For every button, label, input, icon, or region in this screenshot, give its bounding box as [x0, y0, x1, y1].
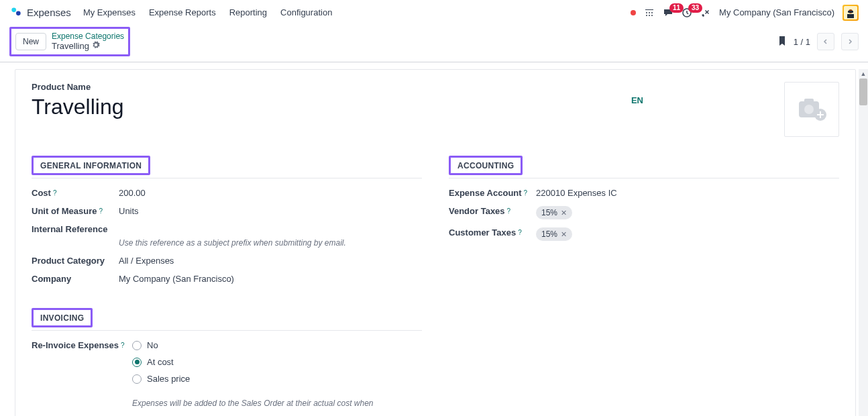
internal-ref-hint: Use this reference as a subject prefix w…	[119, 238, 422, 248]
svg-point-14	[804, 105, 814, 114]
svg-point-0	[11, 7, 16, 12]
highlight-general-info: GENERAL INFORMATION	[32, 156, 150, 175]
recording-indicator-icon[interactable]	[631, 10, 636, 15]
radio-sales-price[interactable]: Sales price	[132, 374, 374, 384]
debug-icon[interactable]	[700, 7, 711, 18]
radio-no[interactable]: No	[132, 340, 374, 350]
expenses-app-icon[interactable]	[9, 6, 23, 19]
remove-tag-icon[interactable]: ✕	[561, 230, 567, 239]
pager-text[interactable]: 1 / 1	[794, 37, 810, 47]
messages-icon[interactable]: 11	[663, 7, 673, 18]
nav-reporting[interactable]: Reporting	[229, 7, 267, 17]
svg-rect-11	[848, 11, 853, 13]
svg-rect-12	[847, 14, 854, 18]
nav-my-expenses[interactable]: My Expenses	[83, 7, 135, 17]
customer-tax-chip[interactable]: 15%✕	[536, 227, 572, 241]
uom-value[interactable]: Units	[119, 206, 139, 216]
nav-expense-reports[interactable]: Expense Reports	[149, 7, 216, 17]
accounting-section: ACCOUNTING Expense Account? 220010 Expen…	[449, 156, 839, 416]
reinvoice-label: Re-Invoice Expenses	[32, 340, 119, 350]
new-button[interactable]: New	[15, 33, 46, 50]
product-category-value[interactable]: All / Expenses	[119, 256, 174, 266]
highlight-invoicing: INVOICING	[32, 308, 93, 327]
expense-account-label: Expense Account	[449, 188, 522, 198]
cost-label: Cost	[32, 188, 51, 198]
reinvoice-hint: Expenses will be added to the Sales Orde…	[132, 399, 374, 408]
help-icon[interactable]: ?	[53, 189, 57, 197]
help-icon[interactable]: ?	[518, 229, 522, 236]
help-icon[interactable]: ?	[99, 207, 103, 215]
gear-icon[interactable]	[92, 41, 100, 52]
control-bar: New Expense Categories Travelling 1 / 1	[0, 25, 868, 62]
dialpad-icon[interactable]	[644, 7, 655, 18]
uom-label: Unit of Measure	[32, 206, 97, 216]
product-image-placeholder[interactable]	[784, 82, 839, 137]
highlight-accounting: ACCOUNTING	[449, 156, 523, 175]
svg-point-6	[649, 15, 650, 16]
help-icon[interactable]: ?	[507, 207, 511, 215]
section-title-invoicing: INVOICING	[40, 313, 84, 323]
svg-point-4	[651, 12, 653, 13]
company-switcher[interactable]: My Company (San Francisco)	[719, 7, 834, 17]
scroll-down-icon[interactable]: ▼	[859, 413, 868, 416]
form-sheet: Product Name Travelling EN GENERAL INFOR…	[15, 69, 856, 416]
breadcrumb-parent[interactable]: Expense Categories	[52, 32, 124, 41]
highlight-breadcrumb: New Expense Categories Travelling	[9, 27, 130, 56]
cost-value[interactable]: 200.00	[119, 188, 146, 198]
pager-next-button[interactable]	[841, 33, 859, 50]
svg-point-1	[16, 11, 21, 15]
vendor-taxes-label: Vendor Taxes	[449, 206, 505, 216]
internal-ref-label: Internal Reference	[32, 224, 119, 234]
breadcrumb-current: Travelling	[52, 41, 89, 52]
expense-account-value[interactable]: 220010 Expenses IC	[536, 188, 617, 198]
activities-icon[interactable]: 33	[682, 7, 692, 18]
svg-rect-15	[804, 99, 814, 103]
scroll-up-icon[interactable]: ▲	[859, 69, 868, 79]
app-name[interactable]: Expenses	[27, 7, 71, 18]
product-name-value[interactable]: Travelling	[32, 95, 631, 119]
vendor-tax-chip[interactable]: 15%✕	[536, 206, 572, 219]
radio-at-cost[interactable]: At cost	[132, 357, 374, 367]
user-avatar[interactable]	[843, 5, 859, 21]
nav-configuration[interactable]: Configuration	[280, 7, 332, 17]
breadcrumb: Expense Categories Travelling	[52, 32, 124, 52]
svg-point-5	[646, 15, 647, 16]
bookmark-icon[interactable]	[777, 36, 787, 48]
pager-prev-button[interactable]	[817, 33, 834, 50]
topright-tray: 11 33 My Company (San Francisco)	[631, 5, 859, 21]
svg-point-3	[649, 12, 650, 13]
svg-point-2	[646, 12, 647, 13]
section-title-general: GENERAL INFORMATION	[40, 161, 142, 170]
scrollbar-thumb[interactable]	[859, 79, 867, 105]
content-area: ▲ ▼ Product Name Travelling EN GENERAL I…	[0, 69, 868, 416]
product-name-label: Product Name	[32, 82, 631, 92]
product-category-label: Product Category	[32, 256, 119, 266]
company-label: Company	[32, 274, 119, 284]
section-title-accounting: ACCOUNTING	[457, 161, 514, 170]
scrollbar[interactable]: ▲ ▼	[859, 69, 868, 416]
help-icon[interactable]: ?	[524, 189, 528, 197]
customer-taxes-label: Customer Taxes	[449, 227, 516, 238]
language-badge[interactable]: EN	[631, 95, 643, 105]
company-value[interactable]: My Company (San Francisco)	[119, 274, 234, 284]
general-information-section: GENERAL INFORMATION Cost? 200.00 Unit of…	[32, 156, 422, 416]
top-nav: Expenses My Expenses Expense Reports Rep…	[0, 0, 868, 25]
help-icon[interactable]: ?	[121, 342, 125, 349]
remove-tag-icon[interactable]: ✕	[561, 209, 567, 217]
svg-point-7	[651, 15, 653, 16]
